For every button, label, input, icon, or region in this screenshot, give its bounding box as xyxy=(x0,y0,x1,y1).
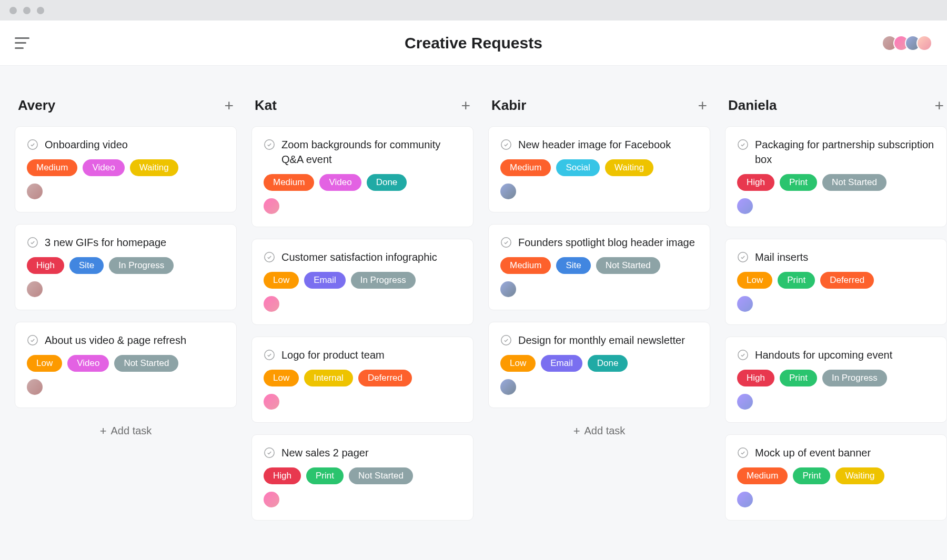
assignee-avatar[interactable] xyxy=(737,492,753,507)
check-circle-icon[interactable] xyxy=(500,334,512,346)
assignee-avatar[interactable] xyxy=(264,492,279,507)
add-task-icon[interactable]: + xyxy=(698,98,707,114)
assignee-avatar[interactable] xyxy=(264,198,279,214)
add-task-label: Add task xyxy=(111,425,152,437)
tag-pill: High xyxy=(264,467,301,484)
svg-point-6 xyxy=(265,448,274,457)
add-task-label: Add task xyxy=(585,425,626,437)
task-card[interactable]: New sales 2 pagerHighPrintNot Started xyxy=(251,434,474,521)
assignee-avatar[interactable] xyxy=(264,296,279,312)
svg-point-10 xyxy=(738,140,748,149)
assignee-avatar[interactable] xyxy=(737,296,753,312)
tag-pill: Video xyxy=(67,355,109,372)
tag-pill: Not Started xyxy=(349,467,413,484)
check-circle-icon[interactable] xyxy=(737,349,749,361)
task-card[interactable]: Mail insertsLowPrintDeferred xyxy=(725,239,947,325)
check-circle-icon[interactable] xyxy=(27,237,38,248)
tag-pill: In Progress xyxy=(822,370,887,386)
tag-row: MediumVideoDone xyxy=(264,174,461,191)
check-circle-icon[interactable] xyxy=(737,447,749,459)
tag-row: HighPrintIn Progress xyxy=(737,370,935,386)
tag-pill: In Progress xyxy=(109,257,174,274)
assignee-avatar[interactable] xyxy=(264,394,279,410)
task-card[interactable]: Customer satisfaction infographicLowEmai… xyxy=(251,239,474,325)
board-column: Kabir+New header image for FacebookMediu… xyxy=(488,97,710,532)
tag-row: HighPrintNot Started xyxy=(737,174,935,191)
tag-row: MediumSocialWaiting xyxy=(500,159,698,176)
tag-pill: Deferred xyxy=(820,272,874,289)
assignee-avatar[interactable] xyxy=(500,281,516,297)
task-card[interactable]: Design for monthly email newsletterLowEm… xyxy=(488,322,710,408)
svg-point-7 xyxy=(501,140,511,149)
tag-pill: Low xyxy=(264,272,299,289)
tag-pill: High xyxy=(27,257,64,274)
tag-row: LowVideoNot Started xyxy=(27,355,225,372)
tag-pill: Low xyxy=(737,272,772,289)
check-circle-icon[interactable] xyxy=(264,349,275,361)
plus-icon: + xyxy=(573,425,580,437)
task-card[interactable]: About us video & page refreshLowVideoNot… xyxy=(15,322,237,408)
tag-row: MediumVideoWaiting xyxy=(27,159,225,176)
assignee-avatar[interactable] xyxy=(27,379,43,395)
tag-row: MediumSiteNot Started xyxy=(500,257,698,274)
task-title: Design for monthly email newsletter xyxy=(518,333,685,348)
window-dot xyxy=(9,7,17,14)
tag-pill: Medium xyxy=(737,467,788,484)
assignee-avatar[interactable] xyxy=(500,184,516,199)
member-avatars[interactable] xyxy=(886,35,932,51)
tag-pill: High xyxy=(737,174,774,191)
assignee-avatar[interactable] xyxy=(737,394,753,410)
svg-point-8 xyxy=(501,238,511,247)
task-card[interactable]: Onboarding videoMediumVideoWaiting xyxy=(15,126,237,212)
column-title: Daniela xyxy=(728,97,777,114)
kanban-board: Avery+Onboarding videoMediumVideoWaiting… xyxy=(0,66,947,532)
assignee-avatar[interactable] xyxy=(737,198,753,214)
tag-pill: Video xyxy=(83,159,124,176)
window-chrome xyxy=(0,0,947,21)
task-card[interactable]: Mock up of event bannerMediumPrintWaitin… xyxy=(725,434,947,521)
svg-point-0 xyxy=(28,140,37,149)
assignee-avatar[interactable] xyxy=(500,379,516,395)
check-circle-icon[interactable] xyxy=(27,334,38,346)
task-card[interactable]: 3 new GIFs for homepageHighSiteIn Progre… xyxy=(15,224,237,310)
check-circle-icon[interactable] xyxy=(737,251,749,263)
avatar[interactable] xyxy=(916,35,932,51)
tag-pill: Waiting xyxy=(835,467,884,484)
column-title: Kabir xyxy=(491,97,526,114)
add-task-button[interactable]: +Add task xyxy=(488,420,710,447)
task-title: Founders spotlight blog header image xyxy=(518,235,695,250)
tag-row: LowPrintDeferred xyxy=(737,272,935,289)
check-circle-icon[interactable] xyxy=(500,139,512,150)
add-task-button[interactable]: +Add task xyxy=(15,420,237,447)
check-circle-icon[interactable] xyxy=(737,139,749,150)
add-task-icon[interactable]: + xyxy=(224,98,234,114)
tag-pill: Waiting xyxy=(605,159,653,176)
task-card[interactable]: Handouts for upcoming eventHighPrintIn P… xyxy=(725,337,947,423)
task-card[interactable]: Zoom backgrounds for community Q&A event… xyxy=(251,126,474,227)
check-circle-icon[interactable] xyxy=(264,139,275,150)
task-card[interactable]: Packaging for partnership subscription b… xyxy=(725,126,947,227)
tag-pill: Medium xyxy=(500,159,551,176)
column-title: Kat xyxy=(255,97,277,114)
check-circle-icon[interactable] xyxy=(27,139,38,150)
task-card[interactable]: New header image for FacebookMediumSocia… xyxy=(488,126,710,212)
task-card[interactable]: Logo for product teamLowInternalDeferred xyxy=(251,337,474,423)
tag-row: LowEmailDone xyxy=(500,355,698,372)
svg-point-3 xyxy=(265,140,274,149)
assignee-avatar[interactable] xyxy=(27,184,43,199)
check-circle-icon[interactable] xyxy=(264,251,275,263)
task-title: Logo for product team xyxy=(281,348,385,362)
check-circle-icon[interactable] xyxy=(500,237,512,248)
task-card[interactable]: Founders spotlight blog header imageMedi… xyxy=(488,224,710,310)
tag-pill: Social xyxy=(556,159,599,176)
add-task-icon[interactable]: + xyxy=(461,98,470,114)
svg-point-1 xyxy=(28,238,37,247)
check-circle-icon[interactable] xyxy=(264,447,275,459)
tag-pill: Email xyxy=(304,272,346,289)
menu-icon[interactable] xyxy=(15,37,29,49)
task-title: Packaging for partnership subscription b… xyxy=(755,137,935,167)
assignee-avatar[interactable] xyxy=(27,281,43,297)
tag-row: HighPrintNot Started xyxy=(264,467,461,484)
column-header: Kat+ xyxy=(251,97,474,126)
add-task-icon[interactable]: + xyxy=(934,98,944,114)
